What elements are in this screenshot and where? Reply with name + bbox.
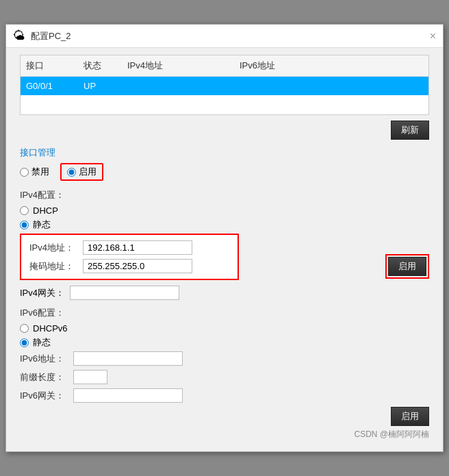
ipv6-apply-row: 启用 [20, 407, 429, 426]
table-header-row: 接口 状态 IPv4地址 IPv6地址 [21, 55, 428, 77]
mask-label: 掩码地址： [29, 260, 77, 273]
prefix-input[interactable] [73, 370, 107, 384]
interface-mgmt-radio-group: 禁用 启用 [20, 163, 429, 181]
apply-btn-1-wrapper: 启用 [385, 254, 429, 279]
ipv4-field-group: IPv4地址： 掩码地址： [20, 234, 239, 280]
cell-ipv6 [240, 81, 349, 91]
mask-input[interactable] [83, 259, 192, 273]
refresh-button[interactable]: 刷新 [391, 121, 429, 140]
dhcp-radio[interactable] [20, 206, 29, 215]
dhcpv6-radio[interactable] [20, 324, 29, 333]
window-title: 配置PC_2 [31, 30, 71, 42]
watermark: CSDN @楠阿阿阿楠 [20, 429, 429, 440]
mask-address-row: 掩码地址： [29, 259, 229, 273]
ipv4-gateway-row: IPv4网关： [20, 286, 429, 300]
ipv6-address-input[interactable] [73, 351, 183, 366]
disable-label: 禁用 [31, 166, 49, 178]
main-content: 接口 状态 IPv4地址 IPv6地址 G0/0/1 UP 刷新 接口管理 禁用 [6, 48, 443, 451]
title-bar: 🌤 配置PC_2 × [6, 25, 443, 48]
ipv6-address-row: IPv6地址： [20, 351, 429, 366]
static-label: 静态 [33, 218, 51, 231]
col-header-ipv4: IPv4地址 [127, 60, 237, 72]
col-header-status: 状态 [84, 60, 125, 72]
prefix-row: 前缀长度： [20, 370, 429, 384]
static-option: 静态 [20, 218, 429, 231]
static-radio[interactable] [20, 221, 29, 229]
ipv6-static-radio[interactable] [20, 338, 29, 347]
cloud-icon: 🌤 [13, 29, 25, 43]
ipv4-gateway-label: IPv4网关： [20, 287, 64, 299]
close-button[interactable]: × [430, 31, 436, 42]
dhcpv6-label: DHCPv6 [33, 323, 68, 334]
ipv6-config-label: IPv6配置： [20, 307, 429, 319]
col-header-interface: 接口 [26, 60, 81, 72]
table-row[interactable]: G0/0/1 UP [21, 77, 428, 95]
dhcp-option: DHCP [20, 205, 429, 216]
disable-radio[interactable] [20, 168, 29, 177]
interface-table: 接口 状态 IPv4地址 IPv6地址 G0/0/1 UP [20, 55, 429, 115]
cell-status: UP [84, 81, 125, 91]
ipv4-gateway-input[interactable] [70, 286, 179, 300]
ipv6-static-label: 静态 [33, 336, 51, 349]
ipv4-address-label: IPv4地址： [29, 242, 77, 254]
main-window: 🌤 配置PC_2 × 接口 状态 IPv4地址 IPv6地址 G0/0/1 UP [5, 24, 444, 452]
apply-button-1[interactable]: 启用 [388, 257, 426, 276]
table-empty-area [21, 95, 428, 114]
ipv6-static-option: 静态 [20, 336, 429, 349]
ipv4-fields-area: IPv4地址： 掩码地址： 启用 [20, 234, 429, 286]
cell-interface: G0/0/1 [26, 81, 81, 91]
ipv6-address-label: IPv6地址： [20, 353, 68, 365]
ipv4-config-label: IPv4配置： [20, 189, 429, 201]
ipv4-address-row: IPv4地址： [29, 240, 229, 255]
cell-ipv4 [127, 81, 237, 91]
ipv4-address-input[interactable] [83, 240, 192, 255]
refresh-row: 刷新 [20, 121, 429, 140]
dhcpv6-option: DHCPv6 [20, 323, 429, 334]
title-bar-left: 🌤 配置PC_2 [13, 29, 71, 43]
prefix-label: 前缀长度： [20, 371, 68, 384]
interface-mgmt-label: 接口管理 [20, 147, 429, 159]
dhcp-label: DHCP [33, 205, 58, 216]
ipv6-gateway-label: IPv6网关： [20, 390, 68, 402]
enable-label: 启用 [79, 166, 97, 178]
col-header-ipv6: IPv6地址 [240, 60, 349, 72]
enable-radio-item-highlighted: 启用 [60, 163, 103, 181]
apply-button-2[interactable]: 启用 [391, 407, 429, 426]
ipv6-gateway-row: IPv6网关： [20, 388, 429, 403]
disable-radio-item: 禁用 [20, 166, 49, 178]
enable-radio[interactable] [67, 168, 76, 177]
ipv6-gateway-input[interactable] [73, 388, 183, 403]
